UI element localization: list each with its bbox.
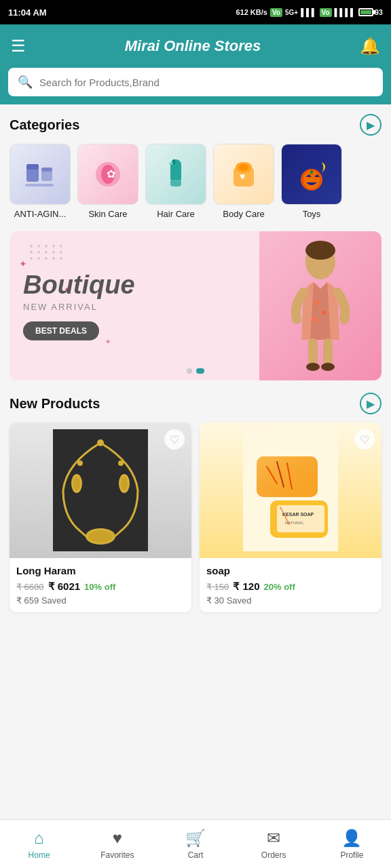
svg-rect-10 — [170, 180, 181, 186]
saved-soap: ₹ 30 Saved — [206, 595, 375, 606]
category-label-toys: Toys — [303, 209, 321, 219]
signal-icon: ▌▌▌ — [301, 8, 316, 16]
svg-rect-47 — [277, 505, 324, 532]
new-products-more-btn[interactable]: ▶ — [360, 393, 381, 414]
svg-point-39 — [118, 460, 124, 466]
search-icon: 🔍 — [18, 75, 33, 90]
bell-icon[interactable]: 🔔 — [360, 37, 380, 56]
body-care-icon: ♥ — [223, 154, 264, 195]
status-right: 612 KB/s Vo 5G+ ▌▌▌ Vo ▌▌▌▌ 93 — [236, 8, 383, 17]
category-item-skin-care[interactable]: ✿ Skin Care — [77, 144, 138, 219]
nav-item-orders[interactable]: ✉ Orders — [235, 820, 313, 868]
nav-label-orders: Orders — [261, 850, 286, 860]
category-label-hair-care: Hair Care — [157, 209, 195, 219]
category-label-skin-care: Skin Care — [88, 209, 127, 219]
nav-item-profile[interactable]: 👤 Profile — [313, 820, 391, 868]
svg-point-34 — [73, 477, 80, 490]
categories-title: Categories — [10, 117, 79, 133]
discount-pct-long-haram: 10% off — [84, 582, 115, 592]
category-img-skin-care: ✿ — [77, 144, 138, 205]
play-icon: ▶ — [367, 119, 375, 132]
category-item-body-care[interactable]: ♥ Body Care — [213, 144, 274, 219]
svg-rect-27 — [323, 338, 333, 366]
category-img-toys — [281, 144, 342, 205]
category-item-anti-aging[interactable]: ANTI-AGIN... — [10, 144, 71, 219]
categories-scroll[interactable]: ANTI-AGIN... ✿ Skin Care — [0, 144, 391, 219]
main-content: Categories ▶ ANTI-AGIN... — [0, 104, 391, 667]
nav-label-favorites: Favorites — [100, 850, 134, 860]
wishlist-btn-long-haram[interactable]: ♡ — [164, 429, 185, 450]
banner-star3-decoration: ✦ — [105, 337, 111, 347]
wishlist-btn-soap[interactable]: ♡ — [354, 429, 375, 450]
banner-slide-dots — [187, 368, 204, 374]
orders-icon: ✉ — [267, 829, 280, 848]
discount-pct-soap: 20% off — [264, 582, 295, 592]
svg-point-28 — [306, 363, 320, 371]
hair-care-icon — [155, 154, 196, 195]
category-img-body-care: ♥ — [213, 144, 274, 205]
banner-dots-decoration — [30, 245, 64, 260]
cart-icon: 🛒 — [185, 829, 206, 848]
svg-point-14 — [239, 164, 248, 171]
svg-point-38 — [77, 460, 83, 466]
banner-dot-1[interactable] — [187, 368, 192, 374]
product-pricing-long-haram: ₹ 6680 ₹ 6021 10% off — [16, 580, 185, 593]
status-bar: 11:04 AM 612 KB/s Vo 5G+ ▌▌▌ Vo ▌▌▌▌ 93 — [0, 0, 391, 24]
svg-point-24 — [322, 311, 326, 315]
nav-item-favorites[interactable]: ♥ Favorites — [78, 820, 156, 868]
skin-care-icon: ✿ — [88, 154, 128, 195]
category-label-anti-aging: ANTI-AGIN... — [14, 209, 67, 219]
svg-point-22 — [305, 241, 335, 260]
anti-aging-icon — [20, 154, 60, 195]
network-vo2: Vo — [320, 8, 332, 17]
header: ☰ Mirai Online Stores 🔔 — [0, 24, 391, 68]
original-price-long-haram: ₹ 6680 — [16, 582, 44, 592]
product-pricing-soap: ₹ 150 ₹ 120 20% off — [206, 580, 375, 593]
profile-icon: 👤 — [341, 829, 362, 848]
svg-rect-3 — [41, 167, 52, 172]
products-grid: ♡ Long Haram ₹ 6680 ₹ 6021 10% off ₹ 659… — [10, 422, 381, 612]
banner-right — [259, 231, 381, 380]
category-img-hair-care — [145, 144, 206, 205]
svg-point-37 — [97, 439, 104, 446]
discounted-price-soap: ₹ 120 — [233, 580, 259, 593]
nav-item-home[interactable]: ⌂ Home — [0, 820, 78, 868]
nav-item-cart[interactable]: 🛒 Cart — [156, 820, 234, 868]
menu-icon[interactable]: ☰ — [11, 37, 26, 56]
banner-best-deals-btn[interactable]: BEST DEALS — [23, 321, 99, 340]
product-card-soap[interactable]: KESAR SOAP NATURAL ♡ — [200, 422, 381, 612]
banner-dot-2[interactable] — [196, 368, 204, 374]
soap-image: KESAR SOAP NATURAL — [200, 422, 381, 558]
banner-boutique-text: Boutique — [23, 271, 246, 300]
play-icon2: ▶ — [367, 397, 375, 410]
search-bar[interactable]: 🔍 — [8, 68, 383, 96]
new-products-header: New Products ▶ — [10, 393, 381, 414]
svg-point-25 — [312, 317, 318, 322]
discounted-price-long-haram: ₹ 6021 — [48, 580, 81, 593]
app-title: Mirai Online Stores — [125, 37, 261, 55]
product-name-long-haram: Long Haram — [16, 565, 185, 576]
network-speed: 612 KB/s — [236, 8, 267, 16]
svg-point-36 — [121, 477, 128, 490]
product-info-long-haram: Long Haram ₹ 6680 ₹ 6021 10% off ₹ 659 S… — [10, 558, 191, 612]
categories-section: Categories ▶ ANTI-AGIN... — [0, 114, 391, 219]
svg-point-23 — [314, 300, 320, 305]
svg-rect-20 — [310, 170, 313, 174]
time-display: 11:04 AM — [8, 7, 47, 18]
categories-more-btn[interactable]: ▶ — [360, 114, 381, 136]
category-item-toys[interactable]: Toys — [281, 144, 342, 219]
svg-rect-42 — [257, 456, 318, 497]
category-item-hair-care[interactable]: Hair Care — [145, 144, 206, 219]
search-input[interactable] — [39, 77, 373, 88]
new-products-section: New Products ▶ — [0, 393, 391, 612]
product-info-soap: soap ₹ 150 ₹ 120 20% off ₹ 30 Saved — [200, 558, 381, 612]
product-card-long-haram[interactable]: ♡ Long Haram ₹ 6680 ₹ 6021 10% off ₹ 659… — [10, 422, 191, 612]
svg-rect-1 — [26, 164, 39, 170]
saved-long-haram: ₹ 659 Saved — [16, 595, 185, 606]
necklace-svg — [53, 429, 148, 551]
network-5g: 5G+ — [285, 9, 298, 16]
svg-rect-26 — [308, 338, 318, 366]
svg-text:KESAR SOAP: KESAR SOAP — [282, 512, 314, 517]
battery-icon — [358, 8, 373, 16]
svg-point-29 — [321, 363, 335, 371]
